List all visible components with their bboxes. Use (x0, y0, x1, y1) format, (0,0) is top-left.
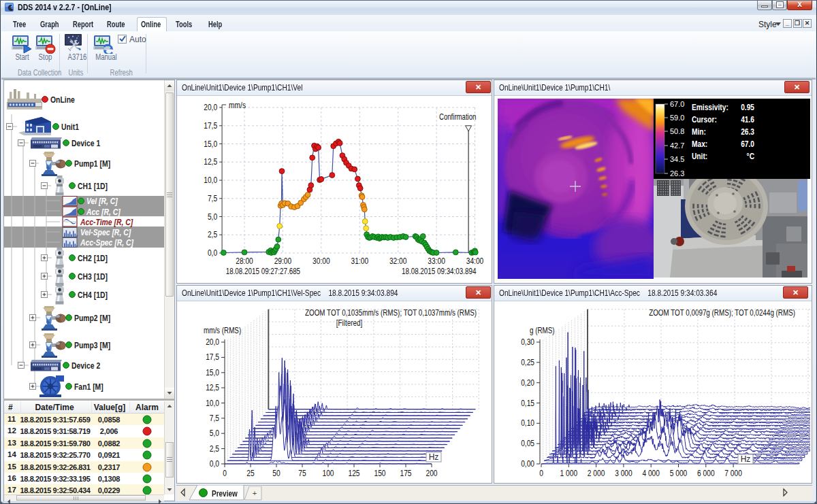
svg-text:Min:: Min: (692, 127, 706, 136)
svg-text:Fan1 [M]: Fan1 [M] (74, 381, 103, 390)
svg-text:Vel [R, C]: Vel [R, C] (86, 196, 118, 205)
svg-text:Emissivity:: Emissivity: (692, 103, 728, 112)
svg-text:Device 1: Device 1 (71, 137, 101, 147)
svg-text:CH2 [1D]: CH2 [1D] (78, 252, 108, 262)
svg-text:42.7: 42.7 (670, 141, 684, 150)
svg-text:25: 25 (246, 469, 254, 477)
svg-text:Vel-Spec [R, C]: Vel-Spec [R, C] (80, 227, 131, 237)
svg-text:12,5: 12,5 (204, 157, 217, 166)
svg-text:20,0: 20,0 (206, 337, 219, 346)
svg-text:0,20: 0,20 (521, 378, 534, 387)
svg-text:g (RMS): g (RMS) (530, 326, 555, 335)
svg-text:0,05: 0,05 (521, 439, 534, 448)
svg-text:Max:: Max: (692, 139, 707, 148)
svg-text:31:00: 31:00 (351, 256, 369, 265)
svg-text:33:00: 33:00 (428, 256, 445, 265)
svg-text:28:00: 28:00 (236, 256, 253, 265)
svg-text:2,5: 2,5 (210, 444, 219, 453)
svg-text:Hz: Hz (741, 454, 751, 464)
svg-text:15,0: 15,0 (204, 139, 217, 148)
svg-text:Hz: Hz (429, 452, 439, 462)
svg-text:0,0: 0,0 (210, 459, 219, 468)
svg-text:0: 0 (539, 469, 543, 477)
svg-text:7,5: 7,5 (210, 414, 219, 422)
svg-text:ZOOM TOT 0,0097g (RMS); TOT 0,: ZOOM TOT 0,0097g (RMS); TOT 0,0244g (RMS… (649, 308, 795, 317)
svg-text:OnLine: OnLine (50, 94, 75, 103)
svg-text:26.3: 26.3 (670, 169, 684, 178)
svg-text:67.0: 67.0 (670, 100, 684, 108)
svg-text:[Filtered]: [Filtered] (336, 318, 362, 327)
svg-text:18.08.2015 09:27:27.685: 18.08.2015 09:27:27.685 (226, 267, 300, 275)
svg-text:mm/s: mm/s (229, 101, 246, 110)
svg-text:Pump1 [M]: Pump1 [M] (74, 158, 110, 167)
svg-text:12,5: 12,5 (206, 383, 219, 392)
svg-text:30:00: 30:00 (313, 256, 330, 265)
svg-text:29:00: 29:00 (274, 256, 292, 265)
svg-text:0.95: 0.95 (741, 103, 754, 112)
svg-text:0,10: 0,10 (521, 419, 534, 428)
svg-text:15,0: 15,0 (206, 368, 219, 377)
svg-text:0,0: 0,0 (208, 248, 217, 257)
svg-text:Unit:: Unit: (692, 152, 707, 161)
svg-text:mm/s (RMS): mm/s (RMS) (204, 326, 241, 335)
svg-text:20,0: 20,0 (204, 103, 217, 112)
svg-text:Device 2: Device 2 (71, 360, 101, 369)
svg-text:Acc [R, C]: Acc [R, C] (86, 206, 121, 216)
svg-text:6 000: 6 000 (697, 469, 715, 477)
svg-text:175: 175 (400, 469, 411, 477)
svg-text:2,5: 2,5 (208, 230, 217, 239)
svg-text:75: 75 (298, 469, 306, 477)
svg-text:5 000: 5 000 (670, 469, 688, 477)
svg-text:59.0: 59.0 (670, 114, 684, 122)
svg-text:4 000: 4 000 (642, 469, 660, 477)
svg-text:150: 150 (374, 469, 385, 477)
svg-text:10,0: 10,0 (206, 399, 219, 407)
svg-text:Pump3 [M]: Pump3 [M] (74, 339, 110, 349)
svg-text:67.0: 67.0 (741, 139, 754, 148)
svg-text:5,0: 5,0 (210, 429, 219, 437)
svg-text:0,15: 0,15 (521, 399, 534, 407)
svg-text:0,25: 0,25 (521, 358, 534, 367)
svg-text:CH3 [1D]: CH3 [1D] (78, 271, 108, 280)
svg-text:Cursor:: Cursor: (692, 115, 717, 124)
svg-text:2 000: 2 000 (588, 469, 605, 477)
svg-text:1 000: 1 000 (560, 469, 578, 477)
svg-text:CH1 [1D]: CH1 [1D] (78, 180, 108, 190)
svg-text:0,30: 0,30 (521, 337, 534, 346)
svg-text:+: + (253, 489, 257, 497)
svg-text:3 000: 3 000 (615, 469, 632, 477)
svg-text:50: 50 (272, 469, 280, 477)
svg-text:32:00: 32:00 (389, 256, 407, 265)
svg-text:34.5: 34.5 (670, 155, 684, 163)
svg-text:7,5: 7,5 (208, 194, 217, 203)
svg-text:5,0: 5,0 (208, 212, 217, 221)
svg-text:18.08.2015 09:34:03.894: 18.08.2015 09:34:03.894 (402, 267, 476, 275)
svg-text:CH4 [1D]: CH4 [1D] (78, 289, 108, 299)
svg-text:Acc-Time [R, C]: Acc-Time [R, C] (80, 216, 133, 226)
svg-text:26.3: 26.3 (741, 127, 754, 136)
svg-text:200: 200 (426, 469, 437, 477)
svg-text:125: 125 (348, 469, 359, 477)
svg-text:0,00: 0,00 (521, 459, 534, 468)
svg-text:17,5: 17,5 (206, 353, 219, 362)
svg-text:Unit1: Unit1 (61, 121, 79, 131)
svg-text:Confirmation: Confirmation (439, 112, 476, 121)
svg-text:°C: °C (747, 152, 754, 161)
svg-text:Acc-Spec [R, C]: Acc-Spec [R, C] (80, 237, 134, 247)
svg-text:34:00: 34:00 (466, 256, 484, 265)
svg-text:17,5: 17,5 (204, 121, 217, 130)
svg-text:Pump2 [M]: Pump2 [M] (74, 312, 110, 322)
svg-text:7 000: 7 000 (724, 469, 742, 477)
svg-text:0: 0 (223, 469, 227, 477)
svg-text:41.6: 41.6 (741, 115, 754, 124)
svg-text:100: 100 (322, 469, 334, 477)
svg-text:50.8: 50.8 (670, 127, 684, 135)
svg-text:10,0: 10,0 (204, 175, 217, 184)
